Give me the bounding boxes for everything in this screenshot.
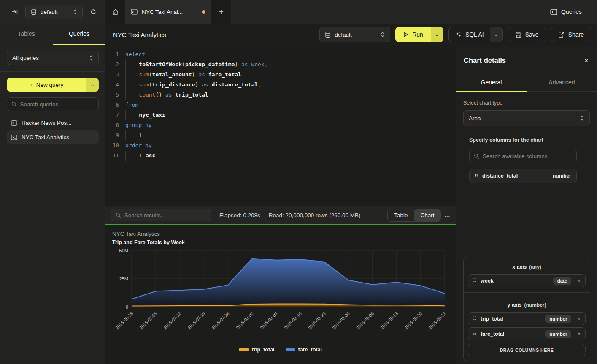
collapse-sidebar-button[interactable] xyxy=(8,5,21,18)
run-split-button: Run ⌄ xyxy=(395,27,443,42)
query-search-input[interactable] xyxy=(20,101,94,108)
line-number: 2 xyxy=(105,59,119,70)
refresh-button[interactable] xyxy=(87,5,100,18)
drop-zone[interactable]: DRAG COLUMNS HERE xyxy=(468,344,586,356)
query-search[interactable] xyxy=(7,97,99,111)
save-icon xyxy=(515,32,521,38)
new-tab-button[interactable]: + xyxy=(211,0,231,24)
remove-column-button[interactable]: × xyxy=(575,315,581,322)
queries-button[interactable]: Queries xyxy=(547,6,585,18)
columns-search-input[interactable] xyxy=(483,153,572,159)
run-database-selector[interactable]: default xyxy=(319,27,390,42)
column-type: number xyxy=(553,173,571,179)
remove-column-button[interactable]: × xyxy=(575,278,581,284)
tab-tables[interactable]: Tables xyxy=(0,24,53,45)
tab-general[interactable]: General xyxy=(456,73,527,92)
results-toolbar: Elapsed: 0.208s Read: 20,000,000 rows (2… xyxy=(105,206,456,224)
code-text: 1 asc xyxy=(125,151,155,161)
elapsed-stat: Elapsed: 0.208s xyxy=(219,212,260,218)
svg-text:2015-07-26: 2015-07-26 xyxy=(211,311,230,331)
drag-handle-icon[interactable]: ⠿ xyxy=(473,278,476,283)
tab-queries[interactable]: Queries xyxy=(53,24,105,45)
code-line[interactable]: 7 nyc_taxi xyxy=(105,110,456,120)
topbar: default NYC Taxi Anal... + Queries xyxy=(0,0,597,24)
tab-nyc-taxi-analytics[interactable]: NYC Taxi Anal... xyxy=(125,0,211,24)
run-dropdown-button[interactable]: ⌄ xyxy=(431,27,443,42)
close-icon: × xyxy=(584,57,589,65)
code-text: toStartOfWeek(pickup_datetime) as week, xyxy=(125,59,268,70)
results-search[interactable] xyxy=(111,209,211,221)
x-axis-item-week[interactable]: ⠿ week date × xyxy=(468,274,586,287)
y-axis-item-trip-total[interactable]: ⠿ trip_total number × xyxy=(468,312,586,325)
new-query-button[interactable]: + New query xyxy=(7,78,86,92)
tab-strip: NYC Taxi Anal... + xyxy=(105,0,231,24)
y-axis-item-fare-total[interactable]: ⠿ fare_total number × xyxy=(468,327,586,340)
svg-text:2015-09-27: 2015-09-27 xyxy=(427,311,447,331)
y-axis-header: y-axis(number) xyxy=(468,298,586,312)
code-line[interactable]: 3 sum(total_amount) as fare_total, xyxy=(105,70,456,80)
sql-ai-button[interactable]: SQL AI xyxy=(449,27,490,42)
chart-type-select[interactable]: Area xyxy=(463,110,590,126)
more-options-button[interactable]: ••• xyxy=(444,212,450,219)
close-icon: × xyxy=(577,331,581,337)
save-button[interactable]: Save xyxy=(508,27,546,42)
sql-ai-dropdown-button[interactable]: ⌄ xyxy=(490,27,502,42)
query-item-label: Hacker News Pos... xyxy=(22,120,72,126)
sidebar: Tables Queries All queries + New query ⌄… xyxy=(0,24,105,364)
columns-section: Specify columns for the chart ⠿ distance… xyxy=(456,126,597,183)
legend-item-fare_total[interactable]: fare_total xyxy=(286,347,322,353)
view-toggle-chart[interactable]: Chart xyxy=(414,209,440,221)
line-number: 9 xyxy=(105,130,119,140)
code-line[interactable]: 9 1 xyxy=(105,130,456,140)
database-selector[interactable]: default xyxy=(25,5,83,19)
legend-label: fare_total xyxy=(298,347,322,353)
drag-handle-icon[interactable]: ⠿ xyxy=(475,173,478,179)
home-button[interactable] xyxy=(105,0,125,24)
share-button[interactable]: Share xyxy=(551,27,591,42)
topbar-right: Queries xyxy=(231,0,597,24)
code-text: from xyxy=(125,100,138,110)
available-column-distance-total[interactable]: ⠿ distance_total number xyxy=(469,169,577,183)
sidebar-divider xyxy=(0,71,105,72)
code-line[interactable]: 4 sum(trip_distance) as distance_total, xyxy=(105,80,456,90)
remove-column-button[interactable]: × xyxy=(575,331,581,337)
columns-search[interactable] xyxy=(469,149,577,163)
chart-title: NYC Taxi Analytics xyxy=(112,231,449,237)
svg-text:2015-09-20: 2015-09-20 xyxy=(403,311,423,331)
run-button[interactable]: Run xyxy=(395,27,431,42)
code-line[interactable]: 11 1 asc xyxy=(105,151,456,161)
results-chart[interactable]: 025M50M2015-06-282015-07-052015-07-12201… xyxy=(112,248,449,344)
legend-item-trip_total[interactable]: trip_total xyxy=(239,347,274,353)
drag-handle-icon[interactable]: ⠿ xyxy=(473,331,476,337)
code-line[interactable]: 6from xyxy=(105,100,456,110)
axis-column-name: week xyxy=(481,278,549,284)
line-number: 3 xyxy=(105,70,119,80)
query-filter-select[interactable]: All queries xyxy=(7,51,99,65)
svg-text:2015-08-02: 2015-08-02 xyxy=(235,311,254,331)
code-line[interactable]: 10order by xyxy=(105,140,456,151)
code-line[interactable]: 2 toStartOfWeek(pickup_datetime) as week… xyxy=(105,59,456,70)
sql-editor[interactable]: 1select2 toStartOfWeek(pickup_datetime) … xyxy=(105,46,456,206)
chart-type-section: Select chart type Area xyxy=(456,92,597,126)
code-line[interactable]: 8group by xyxy=(105,120,456,130)
new-query-dropdown-button[interactable]: ⌄ xyxy=(86,78,99,92)
svg-text:2015-08-16: 2015-08-16 xyxy=(283,311,303,331)
share-icon xyxy=(558,32,565,38)
search-icon xyxy=(116,212,121,218)
results-search-input[interactable] xyxy=(124,212,206,218)
svg-text:25M: 25M xyxy=(119,276,128,281)
axis-column-name: fare_total xyxy=(481,331,541,337)
tab-advanced[interactable]: Advanced xyxy=(527,73,597,92)
x-axis-hint: (any) xyxy=(529,264,541,270)
close-panel-button[interactable]: × xyxy=(584,57,589,65)
code-line[interactable]: 1select xyxy=(105,49,456,59)
drag-handle-icon[interactable]: ⠿ xyxy=(473,316,476,321)
query-list-item-hacker-news[interactable]: Hacker News Pos... xyxy=(7,116,99,129)
view-toggle-table[interactable]: Table xyxy=(388,209,414,221)
axis-column-type-badge: number xyxy=(545,315,571,323)
chart-type-label: Select chart type xyxy=(463,100,590,106)
code-line[interactable]: 5 count() as trip_total xyxy=(105,90,456,100)
home-icon xyxy=(112,8,119,16)
line-number: 4 xyxy=(105,80,119,90)
query-list-item-nyc-taxi[interactable]: NYC Taxi Analytics xyxy=(7,130,99,144)
